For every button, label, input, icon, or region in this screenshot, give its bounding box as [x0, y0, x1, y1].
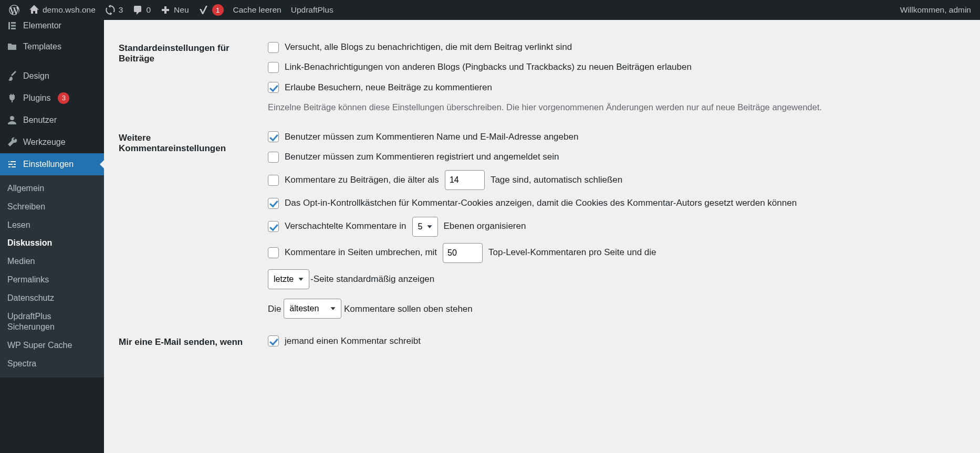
submenu-item-supercache[interactable]: WP Super Cache [0, 336, 104, 355]
checkbox-page-comments[interactable] [268, 247, 279, 258]
update-icon [105, 5, 116, 15]
new-label: Neu [174, 5, 189, 15]
sidebar-item-tools[interactable]: Werkzeuge [0, 131, 104, 153]
updates-count: 3 [119, 5, 123, 15]
wordpress-icon [9, 5, 19, 15]
checkbox-thread-comments[interactable] [268, 221, 279, 232]
checkbox-require-registration[interactable] [268, 152, 279, 163]
checkbox-require-name-email[interactable] [268, 131, 279, 142]
welcome-text: Willkommen, admin [900, 5, 971, 15]
select-default-page[interactable]: letzte [268, 269, 309, 289]
updates-link[interactable]: 3 [100, 0, 128, 20]
option-thread-comments[interactable]: Verschachtelte Kommentare in 5 Ebenen or… [268, 217, 962, 237]
yoast-badge: 1 [212, 4, 224, 16]
comment-icon [132, 5, 143, 15]
post-defaults-description: Einzelne Beiträge können diese Einstellu… [268, 101, 962, 114]
option-close-old-comments[interactable]: Kommentare zu Beiträgen, die älter als T… [268, 170, 962, 190]
wp-logo[interactable] [4, 0, 24, 20]
section-post-defaults: Standardeinstellungen für Beiträge [119, 33, 263, 122]
updraft-link[interactable]: UpdraftPlus [286, 0, 338, 20]
checkbox-allow-pings[interactable] [268, 62, 279, 73]
comments-link[interactable]: 0 [128, 0, 155, 20]
option-page-comments[interactable]: Kommentare in Seiten umbrechen, mit Top-… [268, 243, 962, 263]
sidebar-item-label: Benutzer [23, 115, 57, 125]
submenu-item-reading[interactable]: Lesen [0, 216, 104, 235]
sidebar-item-settings[interactable]: Einstellungen [0, 153, 104, 175]
cache-clear-link[interactable]: Cache leeren [228, 0, 286, 20]
checkbox-pingback-notify[interactable] [268, 42, 279, 53]
select-thread-depth[interactable]: 5 [412, 217, 438, 237]
sidebar-item-label: Einstellungen [23, 160, 74, 169]
sidebar-item-appearance[interactable]: Design [0, 65, 104, 87]
submenu-item-privacy[interactable]: Datenschutz [0, 289, 104, 308]
svg-rect-2 [11, 25, 16, 27]
checkbox-email-on-comment[interactable] [268, 335, 279, 346]
svg-rect-0 [8, 22, 10, 29]
svg-rect-3 [11, 28, 16, 29]
input-comments-per-page[interactable] [443, 243, 483, 263]
yoast-link[interactable]: 1 [194, 0, 228, 20]
option-cookies-optin[interactable]: Das Opt-in-Kontrollkästchen für Kommenta… [268, 196, 962, 210]
submenu-item-updraft[interactable]: UpdraftPlus Sicherungen [0, 308, 104, 337]
site-name-link[interactable]: demo.wsh.one [24, 0, 100, 20]
comments-count: 0 [146, 5, 151, 15]
option-pingback-notify[interactable]: Versucht, alle Blogs zu benachrichtigen,… [268, 40, 962, 54]
input-close-days[interactable] [445, 170, 485, 190]
admin-toolbar: demo.wsh.one 3 0 Neu 1 Cache leeren Updr… [0, 0, 980, 20]
sidebar-item-label: Templates [23, 42, 61, 51]
account-link[interactable]: Willkommen, admin [895, 0, 976, 20]
folder-icon [6, 41, 18, 52]
new-content-link[interactable]: Neu [155, 0, 193, 20]
updraft-label: UpdraftPlus [291, 5, 333, 15]
sidebar-item-label: Plugins [23, 93, 50, 103]
plugin-updates-count: 3 [58, 92, 69, 104]
svg-rect-1 [11, 22, 16, 24]
option-allow-comments[interactable]: Erlaube Besuchern, neue Beiträge zu komm… [268, 81, 962, 94]
option-email-on-comment[interactable]: jemand einen Kommentar schreibt [268, 334, 962, 348]
wrench-icon [6, 136, 18, 148]
sidebar-item-label: Elementor [23, 21, 61, 30]
submenu-item-writing[interactable]: Schreiben [0, 198, 104, 216]
submenu-item-spectra[interactable]: Spectra [0, 355, 104, 373]
submenu-item-permalinks[interactable]: Permalinks [0, 271, 104, 289]
option-require-name-email[interactable]: Benutzer müssen zum Kommentieren Name un… [268, 130, 962, 144]
option-require-registration[interactable]: Benutzer müssen zum Kommentieren registr… [268, 150, 962, 164]
sidebar-item-elementor[interactable]: Elementor [0, 20, 104, 36]
home-icon [29, 5, 39, 15]
site-name: demo.wsh.one [43, 5, 96, 15]
select-comment-order[interactable]: ältesten [284, 299, 341, 319]
elementor-icon [6, 20, 18, 31]
plus-icon [160, 5, 171, 15]
submenu-item-discussion[interactable]: Diskussion [0, 234, 104, 252]
checkbox-allow-comments[interactable] [268, 82, 279, 93]
cache-label: Cache leeren [233, 5, 282, 15]
section-email-me: Mir eine E-Mail senden, wenn [119, 326, 263, 362]
user-icon [6, 114, 18, 126]
checkbox-close-old[interactable] [268, 175, 279, 186]
sidebar-item-plugins[interactable]: Plugins3 [0, 87, 104, 109]
section-other-comments: Weitere Kommentareinstellungen [119, 122, 263, 326]
admin-sidebar: Elementor Templates Design Plugins3 Benu… [0, 20, 104, 453]
settings-content: Standardeinstellungen für Beiträge Versu… [104, 20, 980, 453]
sidebar-item-label: Werkzeuge [23, 138, 66, 147]
sidebar-item-templates[interactable]: Templates [0, 36, 104, 58]
submenu-item-media[interactable]: Medien [0, 252, 104, 271]
sliders-icon [6, 159, 18, 170]
submenu-item-general[interactable]: Allgemein [0, 180, 104, 198]
option-allow-pings[interactable]: Link-Benachrichtigungen von anderen Blog… [268, 60, 962, 74]
sidebar-item-users[interactable]: Benutzer [0, 109, 104, 131]
yoast-icon [199, 5, 209, 15]
plugin-icon [6, 92, 18, 104]
settings-submenu: Allgemein Schreiben Lesen Diskussion Med… [0, 175, 104, 377]
sidebar-item-label: Design [23, 71, 49, 81]
checkbox-cookies-optin[interactable] [268, 198, 279, 209]
brush-icon [6, 70, 18, 82]
